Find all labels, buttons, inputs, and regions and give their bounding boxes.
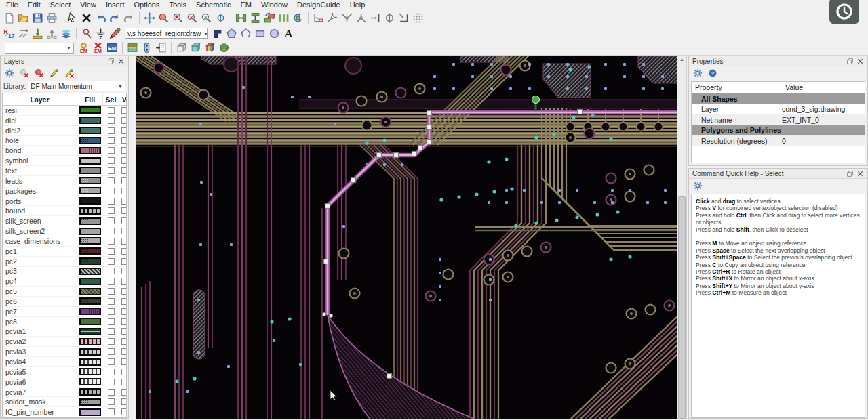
fill-swatch[interactable] (79, 388, 101, 396)
fill-swatch[interactable] (79, 338, 101, 345)
sel-checkbox[interactable] (108, 117, 115, 124)
snap-grid-button[interactable] (411, 11, 425, 25)
close-icon[interactable] (855, 56, 865, 66)
rect-tool-button[interactable] (253, 26, 267, 41)
vis-checkbox[interactable] (121, 348, 127, 355)
help-ball-button[interactable]: ? (708, 68, 717, 78)
port-tool-button[interactable] (140, 41, 154, 55)
r17-badge-button[interactable]: R17 (2, 26, 16, 41)
vis-checkbox[interactable] (121, 268, 127, 274)
vis-checkbox[interactable] (121, 238, 127, 245)
sel-checkbox[interactable] (108, 198, 115, 205)
layer-row[interactable]: pcvia3 (3, 347, 126, 357)
zoom-in-x2-button[interactable]: 2 (199, 11, 214, 25)
menu-select[interactable]: Select (45, 0, 76, 10)
em-vis-button[interactable] (217, 41, 231, 55)
fill-swatch[interactable] (79, 147, 101, 154)
em-gear-button[interactable]: EM (77, 41, 91, 55)
pencil-x-button[interactable] (64, 68, 74, 78)
menu-view[interactable]: View (75, 0, 101, 10)
gear-blue-button[interactable] (693, 68, 703, 78)
sel-checkbox[interactable] (108, 167, 115, 174)
vis-checkbox[interactable] (121, 308, 127, 315)
vis-checkbox[interactable] (121, 389, 127, 396)
vis-checkbox[interactable] (121, 107, 127, 114)
zoom-in-button[interactable] (171, 11, 185, 25)
vis-checkbox[interactable] (121, 167, 127, 174)
sel-checkbox[interactable] (108, 379, 115, 385)
vis-checkbox[interactable] (121, 137, 127, 144)
sel-checkbox[interactable] (108, 228, 115, 234)
sel-checkbox[interactable] (108, 358, 115, 365)
sel-checkbox[interactable] (108, 398, 115, 405)
sel-checkbox[interactable] (108, 107, 115, 114)
vis-checkbox[interactable] (121, 228, 127, 234)
cube-color-button[interactable] (203, 41, 217, 55)
snap-corner-button[interactable] (397, 11, 411, 25)
zoom-point-button[interactable] (214, 11, 228, 25)
sel-checkbox[interactable] (108, 238, 115, 245)
fill-swatch[interactable] (79, 117, 101, 124)
layer-row[interactable]: diel2 (3, 126, 126, 136)
layout-canvas[interactable] (136, 56, 677, 419)
layer-row[interactable]: pc2 (3, 257, 126, 267)
vis-checkbox[interactable] (121, 157, 127, 164)
sel-checkbox[interactable] (108, 348, 115, 355)
fill-swatch[interactable] (79, 207, 101, 215)
sel-checkbox[interactable] (108, 288, 115, 295)
layer-row[interactable]: pcvia5 (3, 367, 126, 377)
path-corner-button[interactable] (210, 26, 224, 41)
fill-swatch[interactable] (79, 257, 101, 265)
layer-row[interactable]: IC_pin1_marker (3, 417, 126, 418)
layer-row[interactable]: bond (3, 146, 126, 156)
fill-swatch[interactable] (79, 288, 101, 295)
layer-row[interactable]: pc3 (3, 267, 126, 277)
ground-tool-button[interactable] (94, 26, 108, 41)
float-icon[interactable] (845, 56, 855, 66)
menu-em[interactable]: EM (235, 0, 256, 10)
text-tool-button[interactable]: A (281, 26, 296, 41)
fill-swatch[interactable] (79, 137, 101, 144)
fill-swatch[interactable] (79, 358, 101, 366)
menu-insert[interactable]: Insert (101, 0, 130, 10)
zoom-area-button[interactable] (157, 11, 171, 25)
pencil-edit-button[interactable] (50, 68, 59, 78)
fill-swatch[interactable] (79, 348, 101, 356)
open-folder-button[interactable] (16, 11, 31, 25)
cube-wire-button[interactable] (174, 41, 189, 55)
fill-swatch[interactable] (79, 177, 101, 184)
menu-tools[interactable]: Tools (164, 0, 191, 10)
vis-checkbox[interactable] (121, 318, 127, 325)
sel-checkbox[interactable] (108, 217, 115, 224)
vis-checkbox[interactable] (121, 408, 127, 415)
fill-swatch[interactable] (79, 408, 101, 416)
menu-window[interactable]: Window (256, 0, 292, 10)
sel-checkbox[interactable] (108, 408, 115, 415)
sel-checkbox[interactable] (108, 278, 115, 285)
pan-move-button[interactable] (142, 11, 157, 25)
sel-checkbox[interactable] (108, 157, 115, 164)
layer-row[interactable]: packages (3, 186, 126, 196)
polyline-tool-button[interactable] (239, 26, 253, 41)
rotate-ccw-button[interactable] (291, 11, 305, 25)
vis-checkbox[interactable] (121, 147, 127, 154)
fill-swatch[interactable] (79, 297, 101, 305)
vis-checkbox[interactable] (121, 288, 127, 295)
vis-checkbox[interactable] (121, 207, 127, 214)
stack-3d-button[interactable] (59, 26, 73, 41)
circle-tool-button[interactable] (267, 26, 281, 41)
fill-swatch[interactable] (79, 217, 101, 225)
layer-row[interactable]: pc7 (3, 307, 126, 317)
vis-checkbox[interactable] (121, 398, 127, 405)
canvas-vertical-scrollbar[interactable]: ▲ (677, 56, 687, 419)
vis-checkbox[interactable] (121, 278, 127, 285)
em-x-button[interactable]: EM (91, 41, 105, 55)
redo-button[interactable] (108, 11, 122, 25)
entry-layer-combobox[interactable]: v,s hpeesof_region:draw▼ (125, 28, 208, 39)
layer-row[interactable]: silk_screen2 (3, 226, 126, 236)
fill-swatch[interactable] (79, 368, 101, 375)
save-button[interactable] (31, 11, 45, 25)
polygon-tool-button[interactable] (224, 26, 239, 41)
export-tray-button[interactable] (45, 26, 59, 41)
vis-checkbox[interactable] (121, 117, 127, 124)
